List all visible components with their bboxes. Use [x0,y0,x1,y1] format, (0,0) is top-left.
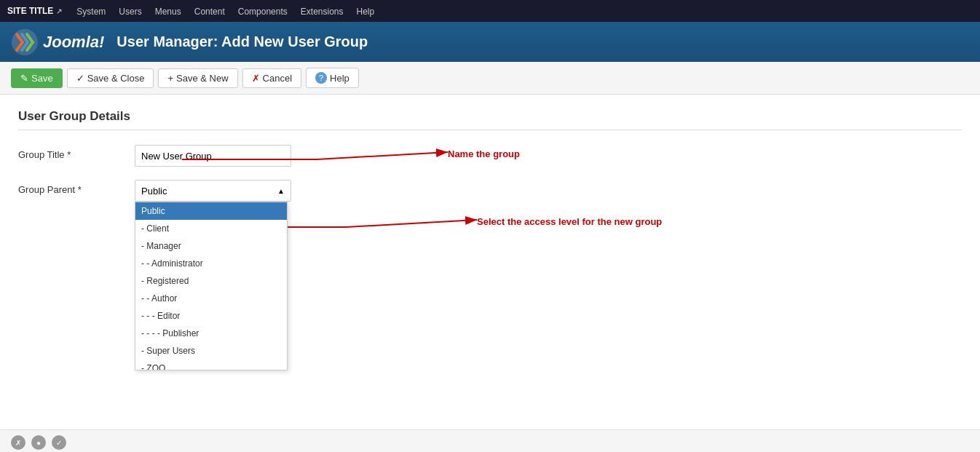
dropdown-item-administrator[interactable]: - - Administrator [135,255,287,272]
nav-item-components[interactable]: Components [238,6,288,17]
save-icon: ✎ [20,73,28,84]
footer-icon-circle: ● [31,435,46,450]
top-nav-menu: System Users Menus Content Components Ex… [76,6,374,17]
save-new-button[interactable]: + Save & New [158,68,237,88]
nav-item-menus[interactable]: Menus [155,6,181,17]
footer-icons: ✗ ● ✓ [11,435,66,450]
nav-item-help[interactable]: Help [357,6,375,17]
nav-item-content[interactable]: Content [194,6,225,17]
dropdown-item-editor[interactable]: - - - Editor [135,307,287,325]
save-button[interactable]: ✎ Save [11,68,63,88]
group-title-input[interactable] [135,145,291,167]
dropdown-item-zoo[interactable]: - ZOO [135,360,287,370]
main-content: User Group Details Group Title * Name th… [0,95,980,429]
checkmark-icon: ✓ [76,73,84,84]
dropdown-item-manager[interactable]: - Manager [135,237,287,255]
svg-line-3 [317,152,448,159]
svg-line-6 [346,220,477,227]
save-close-button[interactable]: ✓ Save & Close [67,68,154,88]
name-group-label: Name the group [448,148,520,159]
section-title: User Group Details [18,109,962,130]
external-link-icon: ↗ [56,7,62,15]
dropdown-list[interactable]: Public - Client - Manager - - Administra… [135,202,288,370]
dropdown-item-author[interactable]: - - Author [135,290,287,307]
dropdown-item-publisher[interactable]: - - - - Publisher [135,325,287,342]
help-icon: ? [315,72,327,84]
access-level-label: Select the access level for the new grou… [477,216,662,227]
cancel-button[interactable]: ✗ Cancel [242,68,301,88]
help-button[interactable]: ? Help [306,68,359,88]
joomla-text: Joomla! [43,33,104,52]
dropdown-item-registered[interactable]: - Registered [135,272,287,290]
dropdown-item-superusers[interactable]: - Super Users [135,342,287,360]
plus-icon: + [167,73,173,84]
site-title-text: SITE TITLE [7,6,53,16]
joomla-logo-icon [11,28,39,56]
footer: ✗ ● ✓ [0,429,980,452]
dropdown-item-public[interactable]: Public [135,202,287,220]
joomla-logo: Joomla! [11,28,104,56]
dropdown-list-inner[interactable]: Public - Client - Manager - - Administra… [135,202,287,370]
footer-icon-check: ✓ [52,435,66,450]
nav-item-extensions[interactable]: Extensions [301,6,344,17]
nav-item-users[interactable]: Users [119,6,141,17]
header-bar: Joomla! User Manager: Add New User Group [0,22,980,62]
group-title-label: Group Title * [18,145,135,160]
group-parent-field: Group Parent * Public ▲ Public - Client … [18,180,962,202]
group-title-field: Group Title * Name the group [18,145,962,167]
group-parent-select[interactable]: Public ▲ Public - Client - Manager - - A… [135,180,291,202]
top-navigation: SITE TITLE ↗ System Users Menus Content … [0,0,980,22]
footer-icon-x: ✗ [11,435,25,450]
toolbar: ✎ Save ✓ Save & Close + Save & New ✗ Can… [0,62,980,95]
site-title[interactable]: SITE TITLE ↗ [7,6,62,16]
page-title: User Manager: Add New User Group [116,33,368,50]
group-parent-label: Group Parent * [18,180,135,195]
select-up-arrow: ▲ [277,187,285,195]
dropdown-item-client[interactable]: - Client [135,220,287,237]
cancel-icon: ✗ [252,73,260,84]
select-display-public[interactable]: Public ▲ [135,180,291,202]
nav-item-system[interactable]: System [76,6,106,17]
